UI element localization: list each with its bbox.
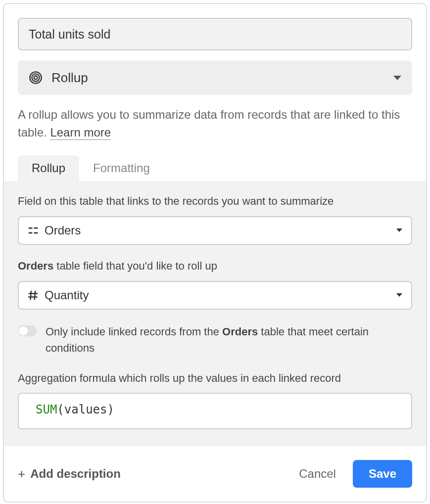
chevron-down-icon <box>396 229 402 232</box>
field-config-dialog: Rollup A rollup allows you to summarize … <box>3 3 427 503</box>
rollup-field-label-table: Orders <box>18 260 53 272</box>
toggle-knob <box>19 326 28 335</box>
save-button[interactable]: Save <box>353 460 412 488</box>
plus-icon: + <box>18 466 25 482</box>
add-description-label: Add description <box>30 467 121 481</box>
field-type-select[interactable]: Rollup <box>18 60 412 95</box>
add-description-button[interactable]: + Add description <box>18 466 121 482</box>
chevron-down-icon <box>393 76 401 80</box>
filter-toggle-label: Only include linked records from the Ord… <box>46 323 412 356</box>
aggregation-label: Aggregation formula which rolls up the v… <box>18 371 412 386</box>
rollup-field-value: Quantity <box>45 288 396 302</box>
svg-point-2 <box>34 76 38 80</box>
link-field-label: Field on this table that links to the re… <box>18 194 412 209</box>
tab-formatting[interactable]: Formatting <box>79 155 164 181</box>
svg-rect-4 <box>34 228 38 229</box>
rollup-field-label: Orders table field that you'd like to ro… <box>18 259 412 274</box>
aggregation-formula-input[interactable]: SUM(values) <box>18 393 412 429</box>
svg-point-1 <box>32 74 39 81</box>
chevron-down-icon <box>396 293 402 297</box>
number-icon <box>28 290 39 301</box>
header-area: Rollup A rollup allows you to summarize … <box>4 4 426 141</box>
learn-more-link[interactable]: Learn more <box>50 126 111 140</box>
dialog-footer: + Add description Cancel Save <box>4 446 426 502</box>
link-field-select[interactable]: Orders <box>18 216 412 245</box>
formula-args: (values) <box>57 403 114 416</box>
filter-label-prefix: Only include linked records from the <box>46 325 222 338</box>
field-type-label: Rollup <box>51 70 393 86</box>
filter-label-table: Orders <box>222 325 258 338</box>
svg-rect-6 <box>34 232 38 233</box>
link-field-value: Orders <box>45 224 396 237</box>
field-description: A rollup allows you to summarize data fr… <box>18 106 412 141</box>
svg-rect-3 <box>28 228 32 229</box>
filter-toggle[interactable] <box>18 325 37 336</box>
rollup-icon <box>29 71 43 85</box>
linked-record-icon <box>28 225 39 236</box>
rollup-config-panel: Field on this table that links to the re… <box>4 181 426 446</box>
rollup-field-label-suffix: table field that you'd like to roll up <box>53 260 217 272</box>
formula-function: SUM <box>36 403 57 416</box>
tab-rollup[interactable]: Rollup <box>18 155 79 181</box>
rollup-field-select[interactable]: Quantity <box>18 281 412 310</box>
cancel-button[interactable]: Cancel <box>288 460 347 488</box>
svg-rect-5 <box>28 232 32 233</box>
tabs: Rollup Formatting <box>4 155 426 181</box>
field-name-input[interactable] <box>18 18 412 50</box>
filter-toggle-row: Only include linked records from the Ord… <box>18 323 412 356</box>
